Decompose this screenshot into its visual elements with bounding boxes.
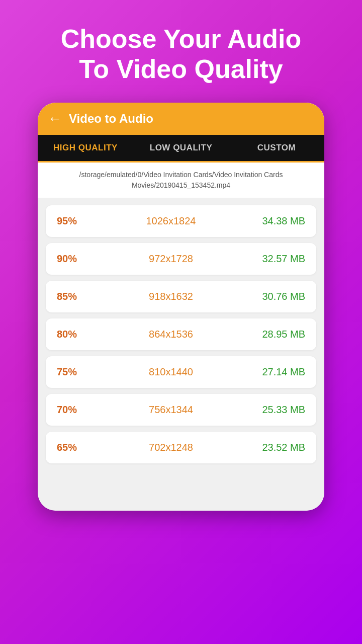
quality-resolution: 756x1344 bbox=[92, 404, 250, 416]
bottom-spacer bbox=[38, 470, 324, 511]
quality-size: 34.38 MB bbox=[250, 215, 305, 227]
tab-low-quality[interactable]: LOW QUALITY bbox=[133, 135, 229, 161]
tab-custom[interactable]: CUSTOM bbox=[229, 135, 324, 161]
file-path: /storage/emulated/0/Video Invitation Car… bbox=[38, 163, 324, 198]
quality-percent: 65% bbox=[57, 442, 92, 453]
quality-percent: 90% bbox=[57, 253, 92, 265]
toolbar-title: Video to Audio bbox=[69, 112, 153, 126]
page-title: Choose Your Audio To Video Quality bbox=[41, 24, 322, 85]
quality-resolution: 918x1632 bbox=[92, 291, 250, 302]
quality-row-6[interactable]: 70% 756x1344 25.33 MB bbox=[46, 394, 316, 426]
quality-percent: 70% bbox=[57, 404, 92, 416]
quality-resolution: 972x1728 bbox=[92, 253, 250, 265]
toolbar: ← Video to Audio bbox=[38, 103, 324, 135]
quality-resolution: 702x1248 bbox=[92, 442, 250, 453]
quality-percent: 80% bbox=[57, 329, 92, 340]
tab-high-quality[interactable]: HIGH QUALITY bbox=[38, 135, 133, 163]
quality-row-3[interactable]: 85% 918x1632 30.76 MB bbox=[46, 281, 316, 312]
quality-size: 25.33 MB bbox=[250, 404, 305, 416]
quality-size: 28.95 MB bbox=[250, 329, 305, 340]
phone-frame: ← Video to Audio HIGH QUALITY LOW QUALIT… bbox=[38, 103, 324, 511]
quality-row-5[interactable]: 75% 810x1440 27.14 MB bbox=[46, 356, 316, 388]
quality-size: 23.52 MB bbox=[250, 442, 305, 453]
quality-percent: 75% bbox=[57, 366, 92, 378]
quality-resolution: 864x1536 bbox=[92, 329, 250, 340]
quality-row-2[interactable]: 90% 972x1728 32.57 MB bbox=[46, 243, 316, 275]
quality-row-7[interactable]: 65% 702x1248 23.52 MB bbox=[46, 432, 316, 463]
quality-size: 30.76 MB bbox=[250, 291, 305, 302]
quality-size: 27.14 MB bbox=[250, 366, 305, 378]
quality-resolution: 810x1440 bbox=[92, 366, 250, 378]
quality-row-1[interactable]: 95% 1026x1824 34.38 MB bbox=[46, 205, 316, 237]
quality-resolution: 1026x1824 bbox=[92, 215, 250, 227]
quality-size: 32.57 MB bbox=[250, 253, 305, 265]
quality-row-4[interactable]: 80% 864x1536 28.95 MB bbox=[46, 318, 316, 350]
quality-percent: 95% bbox=[57, 215, 92, 227]
quality-list: 95% 1026x1824 34.38 MB 90% 972x1728 32.5… bbox=[38, 198, 324, 470]
quality-percent: 85% bbox=[57, 291, 92, 302]
tab-bar: HIGH QUALITY LOW QUALITY CUSTOM bbox=[38, 135, 324, 163]
back-button[interactable]: ← bbox=[48, 112, 62, 126]
